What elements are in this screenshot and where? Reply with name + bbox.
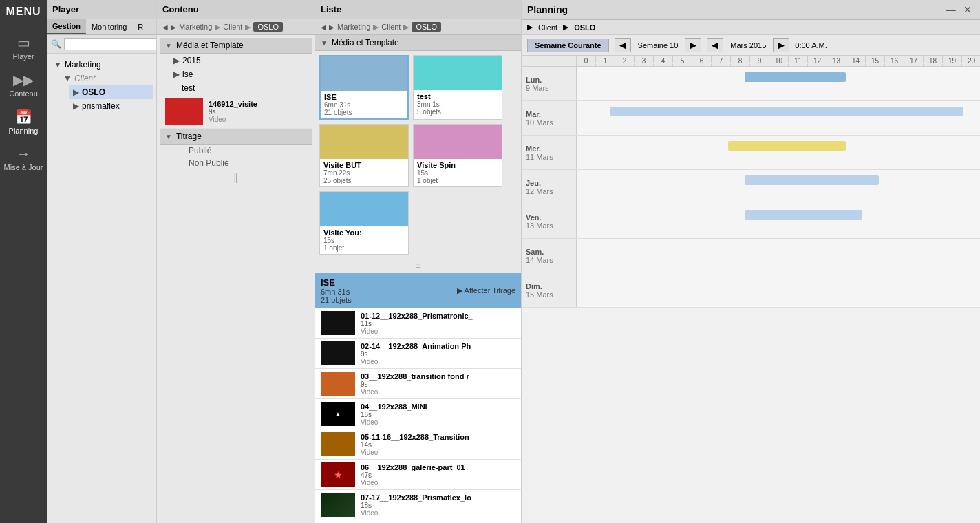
semaine-courante-btn[interactable]: Semaine Courante bbox=[527, 39, 609, 52]
card-visite-spin[interactable]: Visite Spin 15s 1 objet bbox=[413, 124, 502, 187]
tab-r[interactable]: R bbox=[132, 19, 149, 34]
card-visite-spin-dur: 15s bbox=[417, 169, 498, 177]
day-label-lun: Lun. 9 Mars bbox=[522, 67, 577, 100]
media-info-146912: 146912_visite 9s Video bbox=[209, 100, 257, 123]
contenu-titrage-section[interactable]: ▼ Titrage bbox=[160, 129, 312, 145]
contenu-tree: ▼ Média et Template ▶ 2015 ▶ ise test bbox=[157, 35, 315, 523]
contenu-bc-oslo[interactable]: OSLO bbox=[253, 22, 283, 32]
contenu-bc-client[interactable]: Client bbox=[223, 23, 242, 31]
media-item-5[interactable]: 05-11-16__192x288_Transition 14s Video bbox=[315, 429, 521, 460]
tree-prismaflex[interactable]: ▶ prismaflex bbox=[69, 99, 153, 113]
media-type-4: Video bbox=[361, 418, 515, 426]
media-name-5: 05-11-16__192x288_Transition bbox=[361, 433, 515, 441]
day-timeline-lun[interactable] bbox=[577, 67, 980, 100]
contenu-bc-marketing[interactable]: Marketing bbox=[179, 23, 212, 31]
hour-5: 5 bbox=[673, 56, 692, 66]
titrage-publie[interactable]: Publié bbox=[160, 145, 312, 157]
liste-bc-oslo[interactable]: OSLO bbox=[412, 22, 441, 32]
media-dur-7: 18s bbox=[361, 502, 515, 509]
media-item-1[interactable]: 01-12__192x288_Prismatronic_ 11s Video bbox=[315, 308, 521, 339]
liste-bc-client[interactable]: Client bbox=[381, 23, 401, 31]
day-timeline-sam[interactable] bbox=[577, 239, 980, 273]
nav-contenu[interactable]: ▶▶ Contenu bbox=[0, 66, 47, 103]
media-dur-3: 9s bbox=[361, 381, 515, 388]
folder-ise[interactable]: ▶ ise bbox=[169, 67, 312, 81]
panel-divider-handle[interactable]: ‖ bbox=[160, 169, 312, 186]
timeline-bar-jeu bbox=[745, 175, 879, 185]
week-prev[interactable]: ◀ bbox=[615, 38, 631, 52]
day-timeline-mar[interactable] bbox=[577, 101, 980, 135]
media-thumb-3 bbox=[321, 372, 355, 396]
planning-icon: 📅 bbox=[15, 109, 32, 125]
planning-nav: ▶ Client ▶ OSLO bbox=[522, 20, 980, 35]
media-item-3[interactable]: 03__192x288_transition fond r 9s Video bbox=[315, 369, 521, 399]
media-item-7[interactable]: 07-17__192x288_Prismaflex_lo 18s Video bbox=[315, 490, 521, 520]
tree-client[interactable]: ▼ Client bbox=[59, 72, 153, 85]
card-visite-but[interactable]: Visite BUT 7mn 22s 25 objets bbox=[319, 124, 409, 187]
timeline-bar-ven bbox=[745, 210, 862, 220]
timeline-bar-lun bbox=[745, 72, 846, 82]
item-test[interactable]: test bbox=[169, 81, 312, 95]
media-item-4[interactable]: ▲ 04__192x288_MINi 16s Video bbox=[315, 399, 521, 429]
hour-2: 2 bbox=[615, 56, 635, 66]
nav-mise-a-jour[interactable]: → Mise à Jour bbox=[0, 140, 47, 177]
card-visite-you[interactable]: Visite You: 15s 1 objet bbox=[319, 191, 409, 255]
month-next[interactable]: ▶ bbox=[773, 38, 789, 52]
media-item-6[interactable]: ★ 06__192x288_galerie-part_01 47s Video bbox=[315, 460, 521, 490]
tab-monitoring[interactable]: Monitoring bbox=[86, 19, 132, 34]
titrage-non-publie[interactable]: Non Publié bbox=[160, 157, 312, 169]
card-ise[interactable]: ISE 6mn 31s 21 objets bbox=[319, 55, 409, 120]
player-header: Player bbox=[47, 0, 156, 19]
media-type-2: Video bbox=[361, 358, 515, 365]
time-numbers: 0 1 2 3 4 5 6 7 8 9 10 11 12 13 14 15 16 bbox=[577, 56, 980, 66]
day-row-mar: Mar. 10 Mars bbox=[522, 101, 980, 136]
contenu-media-item-146912[interactable]: 146912_visite 9s Video bbox=[160, 95, 312, 129]
day-timeline-dim[interactable] bbox=[577, 273, 980, 307]
liste-bc-back[interactable]: ◀ bbox=[321, 23, 326, 31]
media-type-7: Video bbox=[361, 509, 515, 517]
contenu-media-section[interactable]: ▼ Média et Template bbox=[160, 38, 312, 54]
hour-9: 9 bbox=[750, 56, 769, 66]
nav-planning[interactable]: 📅 Planning bbox=[0, 103, 47, 140]
liste-bc-forward[interactable]: ▶ bbox=[329, 23, 334, 31]
week-next[interactable]: ▶ bbox=[685, 38, 701, 52]
ise-affecter-titrage[interactable]: ▶ Affecter Titrage bbox=[457, 286, 515, 295]
card-visite-but-objs: 25 objets bbox=[323, 177, 405, 184]
liste-bc-marketing[interactable]: Marketing bbox=[337, 23, 370, 31]
media-thumb-6: ★ bbox=[321, 462, 355, 487]
day-timeline-ven[interactable] bbox=[577, 204, 980, 238]
close-button[interactable]: ✕ bbox=[961, 4, 974, 15]
liste-media-section[interactable]: ▼ Média et Template bbox=[315, 35, 521, 51]
card-test-title: test bbox=[417, 92, 498, 100]
day-label-ven: Ven. 13 Mars bbox=[522, 204, 577, 238]
nav-player[interactable]: ▭ Player bbox=[0, 29, 47, 66]
media-item-8[interactable]: 08-18__192x288_Animation Ph Video bbox=[315, 520, 521, 523]
minimize-button[interactable]: — bbox=[944, 4, 959, 15]
card-test[interactable]: test 3mn 1s 5 objets bbox=[413, 55, 502, 120]
card-visite-but-info: Visite BUT 7mn 22s 25 objets bbox=[320, 159, 408, 186]
nav-planning-label: Planning bbox=[9, 127, 39, 135]
tree-oslo[interactable]: ▶ OSLO bbox=[69, 85, 153, 99]
tree-prismaflex-group: ▶ prismaflex bbox=[59, 99, 153, 113]
contenu-bc-forward[interactable]: ▶ bbox=[171, 23, 176, 31]
card-visite-but-title: Visite BUT bbox=[323, 161, 405, 169]
search-icon: 🔍 bbox=[51, 39, 61, 49]
media-name-1: 01-12__192x288_Prismatronic_ bbox=[361, 312, 515, 320]
day-row-dim: Dim. 15 Mars bbox=[522, 273, 980, 308]
prismaflex-label: prismaflex bbox=[82, 101, 120, 111]
tree-marketing[interactable]: ▼ Marketing bbox=[50, 58, 153, 72]
tab-gestion[interactable]: Gestion bbox=[47, 19, 86, 34]
contenu-bc-back[interactable]: ◀ bbox=[162, 23, 168, 31]
folder-2015[interactable]: ▶ 2015 bbox=[169, 54, 312, 67]
day-timeline-jeu[interactable] bbox=[577, 170, 980, 204]
month-prev[interactable]: ◀ bbox=[707, 38, 723, 52]
day-timeline-mer[interactable] bbox=[577, 136, 980, 169]
oslo-arrow: ▶ bbox=[73, 87, 79, 97]
player-search-input[interactable] bbox=[64, 38, 157, 50]
tree-oslo-group: ▶ OSLO bbox=[59, 85, 153, 99]
media-item-2[interactable]: 02-14__192x288_Animation Ph 9s Video bbox=[315, 339, 521, 369]
media-name-146912: 146912_visite bbox=[209, 100, 257, 108]
planning-window-controls: — ✕ bbox=[944, 4, 974, 15]
contenu-media-label: Média et Template bbox=[176, 41, 244, 50]
media-thumb-5 bbox=[321, 432, 355, 456]
